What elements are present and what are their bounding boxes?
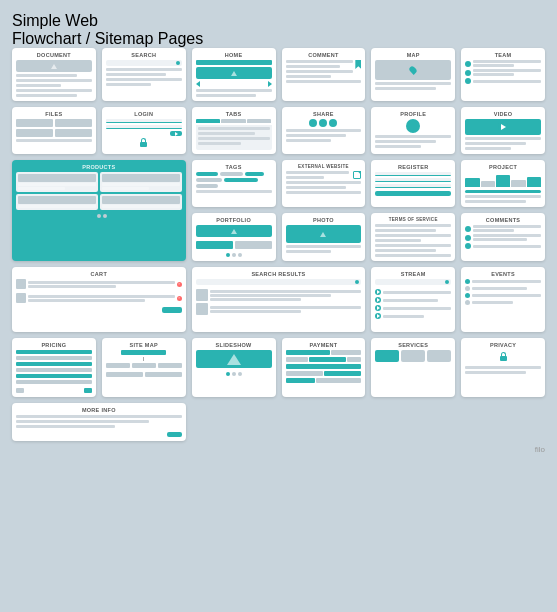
card-tabs[interactable]: TABS bbox=[192, 107, 276, 154]
play-button bbox=[498, 122, 508, 132]
doc-icon bbox=[16, 60, 92, 72]
card-products[interactable]: PRODUCTS bbox=[12, 160, 186, 261]
card-document[interactable]: DOCUMENT bbox=[12, 48, 96, 101]
card-register[interactable]: REGISTER bbox=[371, 160, 455, 207]
card-comments[interactable]: COMMENTS bbox=[461, 213, 545, 261]
external-link-icon bbox=[353, 171, 361, 179]
card-cart[interactable]: CaRT × × bbox=[12, 267, 186, 332]
card-portfolio[interactable]: PORTFOLIO bbox=[192, 213, 276, 261]
watermark: filo bbox=[12, 445, 545, 454]
card-files[interactable]: FILES bbox=[12, 107, 96, 154]
card-stream[interactable]: STREAM bbox=[371, 267, 455, 332]
card-profile[interactable]: PROFILE bbox=[371, 107, 455, 154]
card-login[interactable]: LOGIN bbox=[102, 107, 186, 154]
card-services[interactable]: SERVICES bbox=[371, 338, 455, 397]
title-line1: Simple Web bbox=[12, 12, 545, 30]
home-img bbox=[196, 67, 272, 79]
card-pricing[interactable]: PRICING bbox=[12, 338, 96, 397]
card-home[interactable]: HOME bbox=[192, 48, 276, 101]
card-events[interactable]: EVENTS bbox=[461, 267, 545, 332]
card-tags[interactable]: TAGS bbox=[192, 160, 276, 207]
card-payment[interactable]: PAYMENT bbox=[282, 338, 366, 397]
page-title: Simple Web Flowchart / Sitemap Pages bbox=[12, 12, 545, 48]
card-grid: DOCUMENT SEARCH HOME bbox=[12, 48, 545, 441]
search-bar-visual bbox=[106, 60, 182, 66]
bookmark-icon bbox=[355, 60, 361, 69]
card-project[interactable]: PROJECT bbox=[461, 160, 545, 207]
project-chart bbox=[465, 172, 541, 187]
card-privacy[interactable]: PRIVACY bbox=[461, 338, 545, 397]
map-pin-icon bbox=[408, 65, 418, 75]
video-thumb bbox=[465, 119, 541, 135]
card-share[interactable]: SHARE bbox=[282, 107, 366, 154]
card-team[interactable]: TEAM bbox=[461, 48, 545, 101]
privacy-lock-icon bbox=[499, 352, 507, 362]
card-slideshow[interactable]: SLIDESHOW bbox=[192, 338, 276, 397]
card-document-body bbox=[16, 60, 92, 97]
avatar bbox=[465, 61, 471, 67]
card-comment[interactable]: COMMENT bbox=[282, 48, 366, 101]
card-more-info[interactable]: MORE INFO bbox=[12, 403, 186, 441]
card-external-website[interactable]: EXTERNAL WEBSITE bbox=[282, 160, 366, 207]
title-line2: Flowchart / Sitemap Pages bbox=[12, 30, 545, 48]
card-map[interactable]: MAP bbox=[371, 48, 455, 101]
map-visual bbox=[375, 60, 451, 80]
lock-icon bbox=[140, 138, 148, 148]
card-video[interactable]: VIDEO bbox=[461, 107, 545, 154]
card-sitemap[interactable]: SITE MAP bbox=[102, 338, 186, 397]
card-search[interactable]: SEARCH bbox=[102, 48, 186, 101]
card-terms[interactable]: TERMS OF SERVICE bbox=[371, 213, 455, 261]
card-search-results[interactable]: SEARCH RESULTS bbox=[192, 267, 366, 332]
profile-avatar bbox=[406, 119, 420, 133]
card-photo[interactable]: PHOTO bbox=[282, 213, 366, 261]
